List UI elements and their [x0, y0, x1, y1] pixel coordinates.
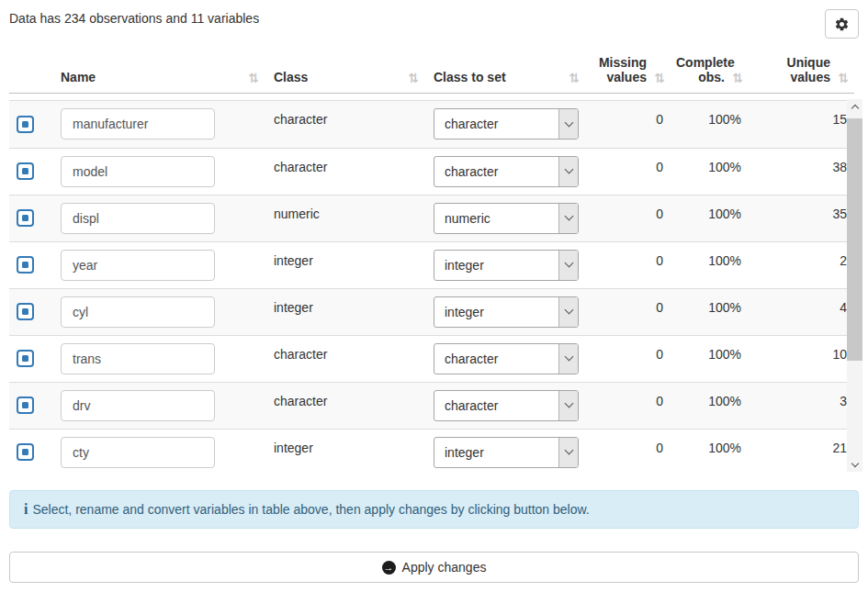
sort-icon: ⇅	[569, 71, 580, 85]
variable-name-input[interactable]	[61, 108, 215, 140]
scrollbar-thumb[interactable]	[847, 118, 862, 361]
sort-icon: ⇅	[732, 71, 743, 85]
selected-class-value: character	[434, 391, 558, 420]
variable-name-input[interactable]	[61, 156, 215, 187]
table-row: integerinteger0100%21	[9, 429, 854, 472]
variable-name-input[interactable]	[61, 296, 215, 328]
table-body: charactercharacter0100%15charactercharac…	[9, 101, 854, 472]
class-to-set-select[interactable]: integer	[434, 296, 579, 328]
column-label: Class to set	[434, 70, 506, 84]
variable-class: character	[265, 148, 424, 195]
column-header-class-to-set[interactable]: Class to set ⇅	[424, 51, 585, 94]
variable-name-input[interactable]	[61, 343, 215, 374]
gear-icon	[834, 17, 850, 32]
apply-changes-label: Apply changes	[402, 560, 487, 575]
row-select-checkbox[interactable]	[17, 162, 34, 180]
missing-values: 0	[585, 429, 671, 472]
checkbox-checked-icon	[22, 168, 28, 174]
row-select-checkbox[interactable]	[17, 397, 34, 414]
complete-obs: 100%	[671, 241, 749, 288]
info-alert: i Select, rename and convert variables i…	[9, 490, 859, 529]
settings-button[interactable]	[825, 9, 859, 39]
column-label: Unique values	[787, 55, 830, 84]
complete-obs: 100%	[671, 382, 749, 429]
column-header-complete-obs[interactable]: Complete obs. ⇅	[671, 51, 749, 94]
sort-icon: ⇅	[838, 71, 849, 85]
class-to-set-select[interactable]: character	[434, 156, 579, 187]
unique-values: 4	[749, 288, 854, 335]
variable-class: integer	[265, 429, 424, 472]
table-row: charactercharacter0100%15	[9, 101, 854, 148]
unique-values: 38	[749, 148, 854, 195]
variable-class: character	[265, 382, 424, 429]
row-select-checkbox[interactable]	[17, 256, 34, 274]
table-row: charactercharacter0100%3	[9, 382, 854, 429]
table-row: charactercharacter0100%10	[9, 335, 854, 382]
data-summary-text: Data has 234 observations and 11 variabl…	[9, 9, 859, 26]
complete-obs: 100%	[671, 101, 749, 148]
scrollbar-down-arrow[interactable]	[847, 457, 862, 472]
chevron-down-icon	[558, 109, 578, 139]
variables-table: Name ⇅ Class ⇅ Class to set ⇅ Missing va…	[9, 51, 854, 472]
variables-table-body: charactercharacter0100%15charactercharac…	[9, 101, 854, 472]
apply-changes-button[interactable]: → Apply changes	[9, 552, 859, 583]
variables-table-header: Name ⇅ Class ⇅ Class to set ⇅ Missing va…	[9, 51, 854, 94]
column-header-select	[9, 51, 51, 94]
circle-arrow-right-icon: →	[382, 561, 396, 575]
chevron-down-icon	[558, 344, 578, 374]
missing-values: 0	[585, 195, 671, 241]
unique-values: 3	[749, 382, 854, 429]
column-label: Class	[274, 70, 308, 84]
table-row: charactercharacter0100%38	[9, 148, 854, 195]
column-header-class[interactable]: Class ⇅	[265, 51, 424, 94]
scrollbar-up-arrow[interactable]	[847, 99, 862, 114]
column-header-unique-values[interactable]: Unique values ⇅	[749, 51, 854, 94]
row-select-checkbox[interactable]	[17, 443, 34, 461]
class-to-set-select[interactable]: character	[434, 108, 579, 140]
selected-class-value: integer	[434, 251, 558, 280]
table-scrollbar[interactable]	[847, 99, 862, 472]
unique-values: 2	[749, 241, 854, 288]
sort-icon: ⇅	[654, 71, 665, 85]
checkbox-checked-icon	[22, 355, 28, 362]
sort-icon: ⇅	[408, 71, 419, 85]
variable-name-input[interactable]	[61, 437, 215, 468]
column-header-missing-values[interactable]: Missing values ⇅	[585, 51, 671, 94]
column-header-name[interactable]: Name ⇅	[51, 51, 265, 94]
unique-values: 21	[749, 429, 854, 472]
selected-class-value: character	[434, 344, 558, 374]
selected-class-value: numeric	[434, 204, 558, 233]
variable-class: character	[265, 101, 424, 148]
class-to-set-select[interactable]: integer	[434, 250, 579, 281]
class-to-set-select[interactable]: integer	[434, 437, 579, 468]
unique-values: 35	[749, 195, 854, 241]
table-row: integerinteger0100%2	[9, 241, 854, 288]
selected-class-value: integer	[434, 438, 558, 467]
complete-obs: 100%	[671, 335, 749, 382]
variable-class: numeric	[265, 195, 424, 241]
row-select-checkbox[interactable]	[17, 350, 34, 367]
row-select-checkbox[interactable]	[17, 116, 34, 133]
variable-name-input[interactable]	[61, 390, 215, 421]
selected-class-value: character	[434, 157, 558, 186]
variable-name-input[interactable]	[61, 203, 215, 234]
row-select-checkbox[interactable]	[17, 209, 34, 227]
complete-obs: 100%	[671, 429, 749, 472]
row-select-checkbox[interactable]	[17, 303, 34, 320]
chevron-down-icon	[558, 391, 578, 420]
column-label: Name	[61, 70, 96, 84]
class-to-set-select[interactable]: character	[434, 343, 579, 374]
variable-class: character	[265, 335, 424, 382]
column-label: Complete obs.	[676, 55, 735, 84]
class-to-set-select[interactable]: numeric	[434, 203, 579, 234]
variable-name-input[interactable]	[61, 250, 215, 281]
table-row: numericnumeric0100%35	[9, 195, 854, 241]
class-to-set-select[interactable]: character	[434, 390, 579, 421]
missing-values: 0	[585, 382, 671, 429]
chevron-down-icon	[558, 297, 578, 327]
missing-values: 0	[585, 101, 671, 148]
variable-class: integer	[265, 288, 424, 335]
chevron-down-icon	[558, 438, 578, 467]
checkbox-checked-icon	[22, 308, 28, 315]
checkbox-checked-icon	[22, 402, 28, 408]
